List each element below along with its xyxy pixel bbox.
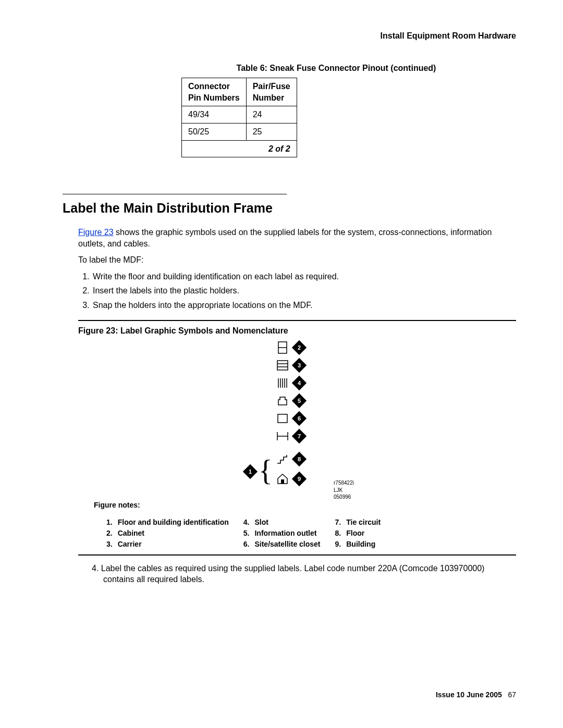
- building-icon: [276, 473, 289, 485]
- issue-label: Issue 10 June 2005: [436, 690, 502, 699]
- page-footer: Issue 10 June 2005 67: [436, 690, 516, 700]
- note-item: 8.Floor: [335, 528, 381, 538]
- intro-rest: shows the graphic symbols used on the su…: [78, 228, 492, 248]
- step-item: Insert the labels into the plastic holde…: [92, 285, 516, 297]
- section-rule: [63, 194, 287, 194]
- figure-notes-label: Figure notes:: [94, 500, 516, 510]
- note-item: 7.Tie circuit: [335, 517, 381, 527]
- symbol-row: 5: [276, 394, 304, 408]
- page-number: 67: [508, 690, 516, 699]
- figure-caption-id: r758422i LJK 050996: [334, 479, 354, 501]
- symbol-row: 9: [276, 472, 304, 486]
- running-header: Install Equipment Room Hardware: [63, 30, 516, 42]
- symbol-row: 6: [276, 412, 304, 425]
- header-line: Number: [253, 93, 284, 102]
- notes-col: 1.Floor and building identification 2.Ca…: [106, 517, 229, 550]
- site-closet-icon: [276, 413, 289, 424]
- table-cell: 25: [246, 123, 297, 140]
- note-item: 5.Information outlet: [243, 528, 321, 538]
- figure-notes-grid: 1.Floor and building identification 2.Ca…: [106, 517, 516, 550]
- steps-list: Write the floor and building identificat…: [92, 271, 516, 311]
- svg-rect-14: [281, 479, 284, 484]
- brace-icon: {: [259, 463, 273, 478]
- header-line: Pair/Fuse: [253, 82, 290, 91]
- badge-6: 6: [292, 411, 307, 426]
- step-item: Snap the holders into the appropriate lo…: [92, 300, 516, 311]
- note-item: 3.Carrier: [106, 539, 229, 549]
- header-line: Pin Numbers: [188, 93, 240, 102]
- carrier-icon: [276, 360, 289, 371]
- table-row: 50/25 25: [182, 123, 297, 140]
- information-outlet-icon: [276, 395, 289, 406]
- page: Install Equipment Room Hardware Table 6:…: [0, 0, 563, 728]
- slot-icon: [276, 377, 289, 389]
- symbol-column: 2 3 4: [245, 341, 349, 497]
- figure-rule-bottom: [78, 554, 516, 556]
- notes-col: 4.Slot 5.Information outlet 6.Site/satel…: [243, 517, 321, 550]
- figure-title: Figure 23: Label Graphic Symbols and Nom…: [78, 325, 516, 337]
- badge-8: 8: [292, 452, 307, 466]
- table-pager: 2 of 2: [182, 140, 297, 157]
- tie-circuit-icon: [276, 430, 289, 442]
- floor-icon: [276, 453, 289, 465]
- step-item: Write the floor and building identificat…: [92, 271, 516, 282]
- symbol-row: 4: [276, 376, 304, 390]
- table-header-cell: Connector Pin Numbers: [182, 78, 247, 106]
- section-heading: Label the Main Distribution Frame: [63, 200, 516, 217]
- lead-in: To label the MDF:: [78, 254, 516, 266]
- intro-paragraph: Figure 23 shows the graphic symbols used…: [78, 227, 516, 249]
- badge-4: 4: [292, 376, 307, 390]
- cabinet-icon: [276, 342, 289, 353]
- table-cell: 50/25: [182, 123, 247, 140]
- svg-rect-2: [277, 361, 288, 370]
- note-item: 9.Building: [335, 539, 381, 549]
- step-4: 4. Label the cables as required using th…: [92, 563, 516, 585]
- note-item: 6.Site/satellite closet: [243, 539, 321, 549]
- symbol-row: 2: [276, 341, 304, 354]
- badge-9: 9: [292, 472, 307, 486]
- symbol-row: 7: [276, 429, 304, 443]
- badge-3: 3: [292, 358, 307, 373]
- badge-1: 1: [243, 464, 258, 479]
- badge-5: 5: [292, 393, 307, 408]
- notes-col: 7.Tie circuit 8.Floor 9.Building: [335, 517, 381, 550]
- table-pager-row: 2 of 2: [182, 140, 297, 157]
- table-header-row: Connector Pin Numbers Pair/Fuse Number: [182, 78, 297, 106]
- table-cell: 24: [246, 106, 297, 124]
- pinout-table: Connector Pin Numbers Pair/Fuse Number 4…: [181, 78, 297, 157]
- note-item: 1.Floor and building identification: [106, 517, 229, 527]
- figure-body: 2 3 4: [78, 341, 516, 497]
- header-line: Connector: [188, 82, 230, 91]
- note-item: 4.Slot: [243, 517, 321, 527]
- symbol-row: 3: [276, 359, 304, 372]
- badge-2: 2: [292, 340, 307, 355]
- table-title: Table 6: Sneak Fuse Connector Pinout (co…: [156, 63, 516, 74]
- symbol-row: 8: [276, 452, 304, 466]
- figure-link[interactable]: Figure 23: [78, 228, 114, 237]
- table-cell: 49/34: [182, 106, 247, 124]
- note-item: 2.Cabinet: [106, 528, 229, 538]
- badge-1-group: 1 {: [245, 464, 273, 479]
- table-header-cell: Pair/Fuse Number: [246, 78, 297, 106]
- badge-7: 7: [292, 429, 307, 443]
- svg-rect-10: [278, 414, 287, 423]
- figure-rule-top: [78, 320, 516, 321]
- table-row: 49/34 24: [182, 106, 297, 124]
- figure-block: Figure 23: Label Graphic Symbols and Nom…: [78, 320, 516, 555]
